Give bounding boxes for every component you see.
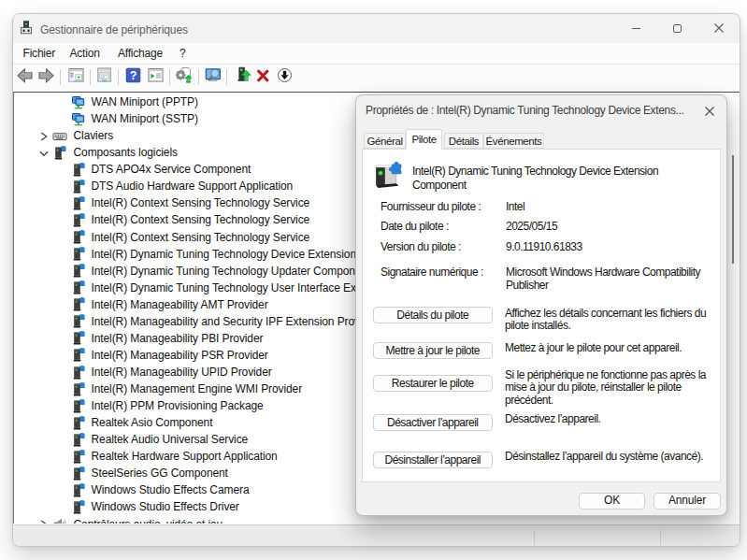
svg-text:?: ? bbox=[130, 69, 137, 82]
